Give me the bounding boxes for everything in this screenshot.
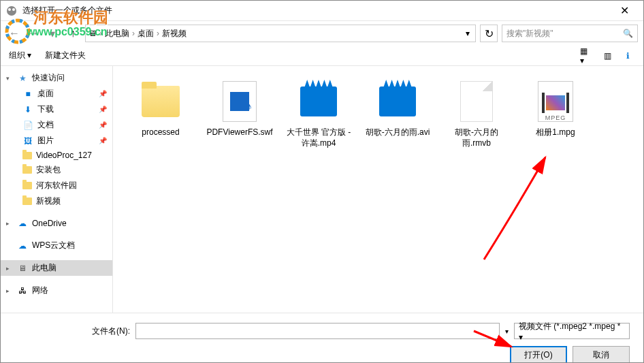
- breadcrumb-part[interactable]: 此电脑: [105, 28, 129, 40]
- help-button[interactable]: ℹ: [620, 48, 635, 63]
- titlebar: 选择打开一个或多个文件 ✕: [1, 1, 643, 21]
- sidebar-pictures[interactable]: 🖼图片📌: [1, 133, 112, 148]
- sidebar-documents[interactable]: 📄文档📌: [1, 117, 112, 133]
- close-button[interactable]: ✕: [611, 4, 638, 17]
- folder-icon: [142, 86, 180, 117]
- sidebar-newvideo[interactable]: 新视频: [1, 193, 112, 209]
- swf-icon: ♪: [223, 81, 257, 122]
- svg-point-2: [7, 6, 16, 16]
- video-icon: [300, 86, 337, 116]
- view-details-button[interactable]: ▥: [600, 48, 615, 63]
- svg-point-3: [8, 8, 11, 11]
- breadcrumb[interactable]: 🖥 › 此电脑 › 桌面 › 新视频 ▾: [85, 25, 476, 42]
- view-icons-button[interactable]: ▦ ▾: [579, 48, 594, 63]
- footer: 文件名(N): ▾ 视频文件 (*.mpeg2 *.mpeg * ▾ 打开(O)…: [1, 313, 643, 363]
- toolbar: 组织 ▾ 新建文件夹 ▦ ▾ ▥ ℹ: [1, 46, 643, 66]
- file-item-mp4[interactable]: 大千世界 官方版 - 许嵩.mp4: [282, 77, 355, 151]
- sidebar: ▾★快速访问 ■桌面📌 ⬇下载📌 📄文档📌 🖼图片📌 VideoProc_127…: [1, 66, 113, 313]
- navbar: ← → ▾ ↑ 🖥 › 此电脑 › 桌面 › 新视频 ▾ ↻ 搜索"新视频" 🔍: [1, 21, 643, 46]
- blank-file-icon: [460, 81, 493, 122]
- breadcrumb-part[interactable]: 桌面: [138, 28, 154, 40]
- file-item-rmvb[interactable]: 胡歌-六月的雨.rmvb: [440, 77, 513, 151]
- window-title: 选择打开一个或多个文件: [22, 5, 611, 16]
- cancel-button[interactable]: 取消: [573, 346, 630, 363]
- open-button[interactable]: 打开(O): [510, 346, 567, 363]
- back-button[interactable]: ←: [6, 25, 22, 42]
- sidebar-videoproc[interactable]: VideoProc_127: [1, 148, 112, 162]
- sidebar-downloads[interactable]: ⬇下载📌: [1, 101, 112, 117]
- history-dropdown[interactable]: ▾: [44, 25, 61, 42]
- breadcrumb-dropdown[interactable]: ▾: [463, 29, 472, 38]
- search-input[interactable]: 搜索"新视频" 🔍: [502, 25, 638, 42]
- forward-button: →: [25, 25, 42, 42]
- file-item-folder[interactable]: processed: [124, 77, 197, 151]
- sidebar-wps[interactable]: ☁WPS云文档: [1, 238, 112, 253]
- refresh-button[interactable]: ↻: [480, 25, 498, 42]
- filename-input[interactable]: [135, 323, 500, 339]
- mpeg-icon: MPEG: [538, 81, 573, 122]
- search-icon: 🔍: [623, 29, 633, 38]
- breadcrumb-pc-icon: 🖥: [88, 29, 97, 38]
- file-item-avi[interactable]: 胡歌-六月的雨.avi: [361, 77, 434, 151]
- svg-point-4: [12, 8, 15, 11]
- sidebar-thispc[interactable]: ▸🖥此电脑: [1, 260, 112, 276]
- filename-label: 文件名(N):: [92, 326, 130, 337]
- breadcrumb-part[interactable]: 新视频: [162, 28, 187, 40]
- video-icon: [379, 86, 416, 116]
- sidebar-quick-access[interactable]: ▾★快速访问: [1, 70, 112, 86]
- file-item-swf[interactable]: ♪ PDFViewerFS.swf: [203, 77, 276, 151]
- file-grid: processed ♪ PDFViewerFS.swf 大千世界 官方版 - 许…: [113, 66, 643, 313]
- app-icon: [6, 5, 17, 16]
- sidebar-install[interactable]: 安装包: [1, 162, 112, 178]
- sidebar-desktop[interactable]: ■桌面📌: [1, 86, 112, 101]
- sidebar-network[interactable]: ▸🖧网络: [1, 283, 112, 298]
- newfolder-button[interactable]: 新建文件夹: [45, 50, 86, 61]
- filetype-filter[interactable]: 视频文件 (*.mpeg2 *.mpeg * ▾: [514, 323, 630, 339]
- organize-button[interactable]: 组织 ▾: [9, 50, 31, 61]
- sidebar-onedrive[interactable]: ▸☁OneDrive: [1, 216, 112, 231]
- up-button[interactable]: ↑: [65, 25, 81, 42]
- sidebar-hedong[interactable]: 河东软件园: [1, 178, 112, 193]
- file-item-mpg[interactable]: MPEG 相册1.mpg: [519, 77, 592, 151]
